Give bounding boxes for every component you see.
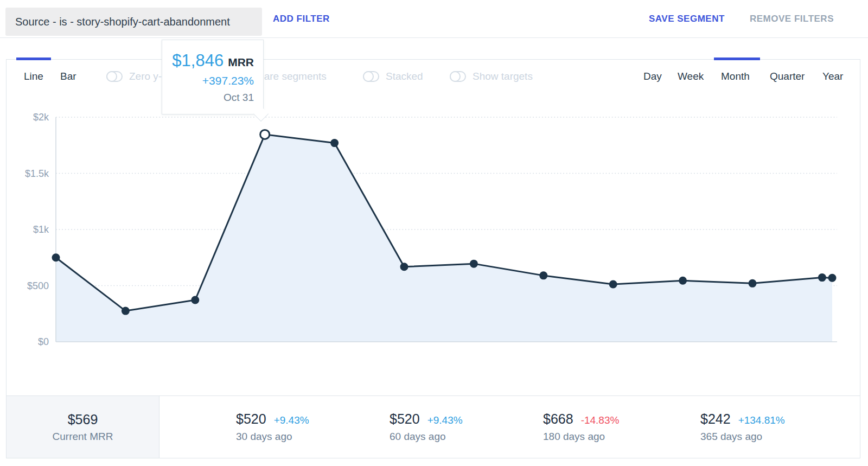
stat-60-days-ago[interactable]: $520+9.43%60 days ago	[390, 396, 463, 458]
data-point-hovered[interactable]	[260, 130, 270, 139]
stat-change: +134.81%	[738, 414, 785, 426]
data-point[interactable]	[400, 263, 409, 271]
mrr-dashboard: { "filter_bar": { "filter_chip": "Source…	[0, 0, 868, 466]
data-point[interactable]	[330, 139, 339, 147]
add-filter-button[interactable]: ADD FILTER	[273, 0, 330, 37]
data-point[interactable]	[749, 279, 757, 288]
tooltip-value: $1,846	[172, 51, 224, 71]
data-point[interactable]	[191, 296, 199, 304]
y-axis-tick-label: $2k	[33, 112, 49, 123]
tooltip-change: +397.23%	[202, 74, 254, 87]
y-axis-tick-label: $1.5k	[25, 168, 49, 179]
y-axis-tick-label: $0	[38, 336, 49, 347]
stats-row: $569 Current MRR $520+9.43%30 days ago$5…	[7, 395, 860, 458]
data-point[interactable]	[679, 277, 687, 285]
tab-month[interactable]: Month	[721, 69, 750, 84]
toggle-label: Show targets	[473, 71, 533, 82]
data-point[interactable]	[818, 273, 826, 282]
save-segment-button[interactable]: SAVE SEGMENT	[649, 0, 725, 37]
tooltip-metric: MRR	[228, 56, 254, 69]
filter-chip-label: Source - is - story-shopify-cart-abandon…	[15, 16, 230, 28]
y-axis-tick-label: $1k	[33, 224, 49, 235]
filter-bar: Source - is - story-shopify-cart-abandon…	[0, 0, 868, 38]
y-axis-tick-label: $500	[27, 280, 49, 291]
stat-current-mrr[interactable]: $569 Current MRR	[7, 396, 159, 458]
tab-bar[interactable]: Bar	[60, 69, 76, 84]
remove-filters-button[interactable]: REMOVE FILTERS	[750, 0, 834, 37]
tab-week[interactable]: Week	[678, 69, 704, 84]
toggle-show-targets: Show targets	[450, 69, 533, 84]
active-tab-underline	[16, 58, 51, 60]
data-point[interactable]	[52, 253, 60, 261]
data-point[interactable]	[122, 307, 130, 315]
stat-365-days-ago[interactable]: $242+134.81%365 days ago	[700, 396, 785, 458]
active-period-underline	[714, 58, 760, 60]
stat-value-row: $520+9.43%	[390, 411, 463, 427]
stat-label: 60 days ago	[390, 431, 446, 443]
stat-value: $569	[68, 412, 98, 427]
tab-line[interactable]: Line	[24, 69, 43, 84]
stat-180-days-ago[interactable]: $668-14.83%180 days ago	[543, 396, 619, 458]
stat-change: -14.83%	[581, 414, 620, 426]
toggle-switch-icon[interactable]	[450, 71, 466, 82]
filter-chip[interactable]: Source - is - story-shopify-cart-abandon…	[5, 8, 262, 36]
stat-change: +9.43%	[427, 414, 463, 426]
mrr-line-chart: $2k$1.5k$1k$500$0	[7, 60, 860, 385]
toggle-switch-icon[interactable]	[106, 71, 123, 82]
data-point[interactable]	[609, 280, 617, 289]
data-point[interactable]	[828, 274, 837, 282]
data-point[interactable]	[539, 271, 547, 279]
area-fill	[56, 135, 832, 342]
stat-value: $242	[700, 411, 731, 427]
tooltip-date: Oct 31	[224, 92, 254, 104]
tab-day[interactable]: Day	[643, 69, 662, 84]
stat-value: $520	[236, 411, 266, 427]
data-point[interactable]	[470, 260, 478, 268]
stat-value-row: $668-14.83%	[543, 411, 619, 427]
stat-change: +9.43%	[274, 414, 309, 426]
stat-value-row: $520+9.43%	[236, 411, 309, 427]
stat-30-days-ago[interactable]: $520+9.43%30 days ago	[236, 396, 309, 458]
toggle-label: Stacked	[386, 71, 423, 82]
stat-label: 30 days ago	[236, 431, 292, 443]
stat-label: Current MRR	[53, 431, 113, 443]
toggle-switch-icon[interactable]	[363, 71, 379, 82]
stat-value: $520	[390, 411, 420, 427]
chart-card: LineBarZero y-axisCompare segmentsStacke…	[6, 59, 860, 458]
stat-label: 180 days ago	[543, 431, 605, 443]
stat-value-row: $242+134.81%	[700, 411, 785, 427]
tab-year[interactable]: Year	[822, 69, 843, 84]
chart-tooltip: $1,846 MRR +397.23% Oct 31	[162, 40, 264, 114]
stat-label: 365 days ago	[700, 431, 762, 443]
stat-value: $668	[543, 411, 573, 427]
tab-quarter[interactable]: Quarter	[770, 69, 805, 84]
toggle-stacked: Stacked	[363, 69, 423, 84]
